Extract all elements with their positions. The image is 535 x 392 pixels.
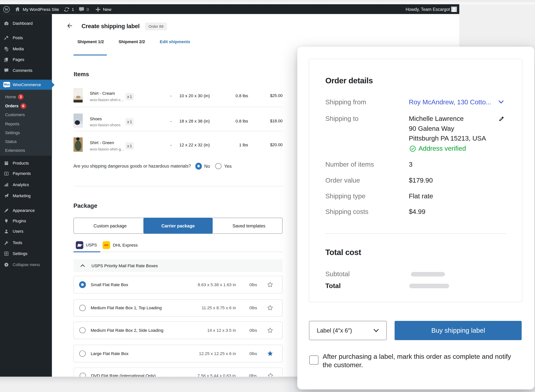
svg-text:W: W: [5, 7, 9, 11]
svg-text:$: $: [6, 173, 7, 175]
